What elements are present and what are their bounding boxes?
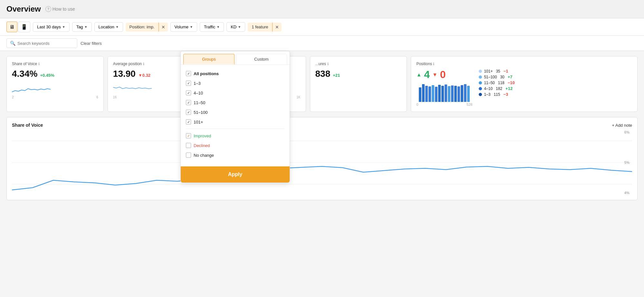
- legend-4-10: 4–10 182 +12: [479, 86, 514, 91]
- dd-checkbox-101plus[interactable]: ✓: [186, 119, 191, 124]
- traffic-button[interactable]: Traffic ▼: [200, 22, 224, 32]
- mobile-icon: 📱: [21, 24, 27, 30]
- dd-item-1-3[interactable]: ✓ 1–3: [186, 78, 284, 88]
- dd-item-all[interactable]: ✓ All positions: [186, 69, 284, 78]
- sov-chart-section: Share of Voice + Add note 6% 5% 4%: [6, 117, 638, 200]
- position-dropdown-panel: Groups Custom ✓ All positions ✓ 1–3 ✓ 4–…: [180, 51, 290, 183]
- dd-item-11-50[interactable]: ✓ 11–50: [186, 98, 284, 107]
- y-label-mid: 5%: [624, 161, 630, 164]
- tag-button[interactable]: Tag ▼: [72, 22, 92, 32]
- legend-51-100: 51–100 30 +7: [479, 74, 514, 79]
- sov-line-chart: 6% 5% 4%: [12, 130, 632, 195]
- main-content: Share of Voice ℹ 4.34% +0.45% 2 6 Averag…: [0, 51, 644, 297]
- mobile-button[interactable]: 📱: [18, 22, 30, 32]
- kd-button[interactable]: KD ▼: [226, 22, 245, 32]
- how-to-use-link[interactable]: ? How to use: [45, 6, 75, 12]
- search-icon: 🔍: [10, 41, 15, 46]
- search-input[interactable]: [17, 41, 72, 46]
- dd-label-no-change: No change: [194, 153, 214, 158]
- tab-custom[interactable]: Custom: [236, 54, 287, 64]
- positions-bar-chart: [419, 83, 470, 102]
- volume-button[interactable]: Volume ▼: [170, 22, 197, 32]
- position-filter-text: Position: imp.: [130, 25, 155, 29]
- dd-item-4-10[interactable]: ✓ 4–10: [186, 88, 284, 98]
- chevron-down-icon: ▼: [116, 25, 119, 29]
- tab-groups[interactable]: Groups: [183, 54, 235, 64]
- dd-checkbox-51-100[interactable]: ✓: [186, 110, 191, 115]
- sov-value: 4.34%: [12, 69, 37, 79]
- pos-up-value: 4: [424, 69, 430, 81]
- metrics-row: Share of Voice ℹ 4.34% +0.45% 2 6 Averag…: [6, 56, 638, 112]
- dd-label-51-100: 51–100: [194, 110, 207, 115]
- dd-checkbox-4-10[interactable]: ✓: [186, 90, 191, 95]
- dd-item-no-change[interactable]: No change: [186, 150, 284, 160]
- apply-button[interactable]: Apply: [181, 166, 290, 183]
- traffic-label: Traffic: [204, 25, 215, 29]
- page-title: Overview: [6, 5, 41, 14]
- dd-item-improved[interactable]: ✓ Improved: [186, 131, 284, 141]
- add-note-button[interactable]: + Add note: [612, 123, 632, 128]
- features-change: +21: [333, 73, 340, 78]
- features-label: ...ures ℹ: [315, 62, 402, 66]
- chevron-down-icon: ▼: [190, 25, 193, 29]
- dd-label-improved: Improved: [194, 134, 211, 138]
- dot-51-100: [479, 75, 482, 79]
- features-info-icon[interactable]: ℹ: [327, 62, 329, 66]
- feature-filter-close[interactable]: ✕: [272, 23, 282, 32]
- position-filter-close[interactable]: ✕: [159, 23, 168, 32]
- avg-pos-info-icon[interactable]: ℹ: [143, 62, 144, 66]
- sov-chart-title: Share of Voice: [12, 123, 43, 128]
- dd-checkbox-no-change[interactable]: [186, 153, 191, 158]
- sov-change: +0.45%: [40, 73, 54, 78]
- sov-chart-header: Share of Voice + Add note: [12, 123, 632, 128]
- dd-checkbox-improved[interactable]: ✓: [186, 133, 191, 138]
- positions-header: Positions ℹ: [416, 62, 632, 66]
- feature-filter: 1 feature ✕: [248, 23, 281, 32]
- pos-down-arrow: ▼: [432, 72, 437, 78]
- dd-label-11-50: 11–50: [194, 100, 205, 105]
- add-note-label: + Add note: [612, 123, 632, 128]
- positions-card: Positions ℹ ▲ 4 ▼ 0: [411, 56, 638, 112]
- positions-info-icon[interactable]: ℹ: [433, 62, 434, 66]
- desktop-button[interactable]: 🖥: [6, 22, 17, 32]
- date-range-button[interactable]: Last 30 days ▼: [33, 22, 70, 32]
- date-range-label: Last 30 days: [37, 25, 61, 29]
- feature-filter-text: 1 feature: [252, 25, 268, 29]
- legend-1-3: 1–3 115 −3: [479, 92, 514, 97]
- pos-down-value: 0: [440, 69, 446, 81]
- dot-4-10: [479, 87, 482, 90]
- y-label-bot: 4%: [624, 191, 630, 195]
- help-icon: ?: [45, 6, 51, 12]
- chevron-down-icon: ▼: [238, 25, 241, 29]
- dd-checkbox-all[interactable]: ✓: [186, 71, 191, 76]
- dd-label-all: All positions: [194, 71, 219, 76]
- avg-pos-change: ▼0.32: [138, 73, 150, 78]
- dd-checkbox-11-50[interactable]: ✓: [186, 100, 191, 105]
- chevron-down-icon: ▼: [84, 25, 88, 29]
- dd-item-declined[interactable]: Declined: [186, 141, 284, 150]
- sov-sparkline: 2 6: [12, 82, 98, 99]
- desktop-icon: 🖥: [9, 24, 14, 30]
- clear-filters-button[interactable]: Clear filters: [81, 41, 102, 46]
- avg-pos-value: 13.90: [113, 69, 136, 79]
- position-filter-label[interactable]: Position: imp.: [126, 23, 159, 31]
- location-label: Location: [99, 25, 114, 29]
- dot-1-3: [479, 93, 482, 96]
- sov-card: Share of Voice ℹ 4.34% +0.45% 2 6: [6, 56, 104, 112]
- y-label-top: 6%: [624, 130, 630, 134]
- position-filter: Position: imp. ✕: [126, 23, 168, 32]
- dd-checkbox-1-3[interactable]: ✓: [186, 81, 191, 86]
- location-button[interactable]: Location ▼: [94, 22, 123, 32]
- feature-filter-label[interactable]: 1 feature: [248, 23, 272, 31]
- positions-total: 528: [466, 103, 472, 106]
- dd-item-101plus[interactable]: ✓ 101+: [186, 117, 284, 127]
- dd-item-51-100[interactable]: ✓ 51–100: [186, 107, 284, 117]
- chevron-down-icon: ▼: [62, 25, 65, 29]
- how-to-use-label: How to use: [53, 6, 75, 12]
- dropdown-body: ✓ All positions ✓ 1–3 ✓ 4–10 ✓ 11–50 ✓ 5…: [181, 65, 290, 164]
- dd-checkbox-declined[interactable]: [186, 143, 191, 148]
- features-card: ...ures ℹ 838 +21: [310, 56, 407, 112]
- top-bar: Overview ? How to use: [0, 0, 644, 18]
- legend-11-50: 11–50 118 −10: [479, 80, 514, 85]
- sov-info-icon[interactable]: ℹ: [38, 62, 40, 66]
